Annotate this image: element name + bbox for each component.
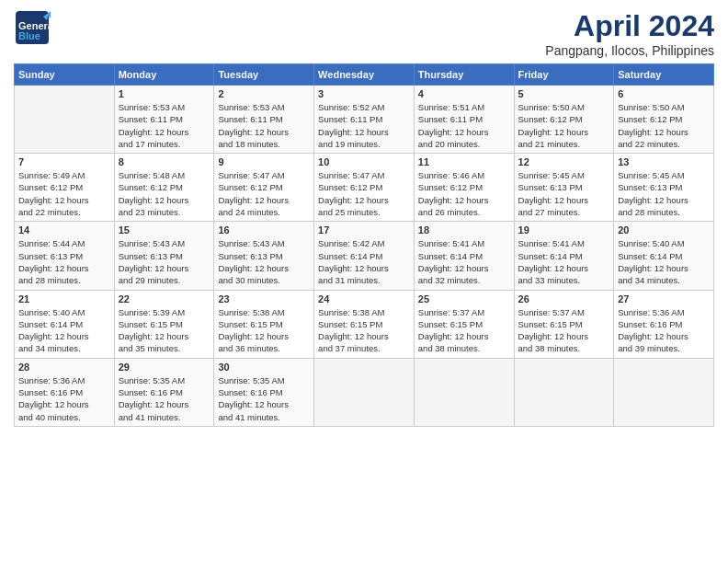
calendar-cell — [514, 358, 614, 426]
svg-text:Blue: Blue — [18, 30, 40, 41]
day-info: Sunrise: 5:49 AMSunset: 6:12 PMDaylight:… — [18, 169, 110, 218]
day-info: Sunrise: 5:44 AMSunset: 6:13 PMDaylight:… — [18, 237, 110, 286]
calendar-cell: 22Sunrise: 5:39 AMSunset: 6:15 PMDayligh… — [114, 290, 214, 358]
calendar-cell — [15, 86, 115, 154]
col-wednesday: Wednesday — [314, 64, 415, 86]
calendar-cell: 17Sunrise: 5:42 AMSunset: 6:14 PMDayligh… — [314, 222, 415, 290]
day-number: 18 — [418, 224, 510, 236]
day-info: Sunrise: 5:37 AMSunset: 6:15 PMDaylight:… — [518, 306, 610, 355]
calendar-cell: 15Sunrise: 5:43 AMSunset: 6:13 PMDayligh… — [114, 222, 214, 290]
col-sunday: Sunday — [15, 64, 115, 86]
calendar-cell: 7Sunrise: 5:49 AMSunset: 6:12 PMDaylight… — [15, 154, 115, 222]
day-info: Sunrise: 5:40 AMSunset: 6:14 PMDaylight:… — [18, 306, 110, 355]
calendar-cell: 18Sunrise: 5:41 AMSunset: 6:14 PMDayligh… — [414, 222, 514, 290]
header: General Blue April 2024 Pangpang, Ilocos… — [14, 9, 714, 58]
calendar-cell: 2Sunrise: 5:53 AMSunset: 6:11 PMDaylight… — [214, 86, 314, 154]
day-info: Sunrise: 5:43 AMSunset: 6:13 PMDaylight:… — [218, 237, 310, 286]
day-number: 3 — [318, 88, 410, 99]
col-tuesday: Tuesday — [214, 64, 314, 86]
calendar-cell — [614, 358, 714, 426]
calendar-cell: 28Sunrise: 5:36 AMSunset: 6:16 PMDayligh… — [15, 358, 115, 426]
day-info: Sunrise: 5:39 AMSunset: 6:15 PMDaylight:… — [119, 306, 210, 355]
day-number: 29 — [119, 362, 210, 373]
calendar-table: Sunday Monday Tuesday Wednesday Thursday… — [14, 63, 714, 427]
day-number: 17 — [318, 224, 410, 236]
calendar-cell: 29Sunrise: 5:35 AMSunset: 6:16 PMDayligh… — [114, 358, 214, 426]
day-info: Sunrise: 5:37 AMSunset: 6:15 PMDaylight:… — [418, 306, 510, 355]
logo-icon: General Blue — [14, 9, 51, 46]
day-info: Sunrise: 5:46 AMSunset: 6:12 PMDaylight:… — [418, 169, 510, 218]
day-info: Sunrise: 5:35 AMSunset: 6:16 PMDaylight:… — [218, 374, 310, 423]
day-info: Sunrise: 5:53 AMSunset: 6:11 PMDaylight:… — [119, 101, 210, 150]
calendar-cell: 4Sunrise: 5:51 AMSunset: 6:11 PMDaylight… — [414, 86, 514, 154]
calendar-cell: 3Sunrise: 5:52 AMSunset: 6:11 PMDaylight… — [314, 86, 415, 154]
calendar-week-1: 7Sunrise: 5:49 AMSunset: 6:12 PMDaylight… — [15, 154, 714, 222]
calendar-cell — [414, 358, 514, 426]
day-number: 21 — [18, 293, 110, 304]
calendar-cell: 11Sunrise: 5:46 AMSunset: 6:12 PMDayligh… — [414, 154, 514, 222]
day-number: 7 — [18, 156, 110, 167]
day-info: Sunrise: 5:48 AMSunset: 6:12 PMDaylight:… — [119, 169, 210, 218]
day-info: Sunrise: 5:50 AMSunset: 6:12 PMDaylight:… — [518, 101, 610, 150]
calendar-cell: 24Sunrise: 5:38 AMSunset: 6:15 PMDayligh… — [314, 290, 415, 358]
day-info: Sunrise: 5:50 AMSunset: 6:12 PMDaylight:… — [618, 101, 710, 150]
day-number: 2 — [218, 88, 310, 99]
day-number: 6 — [618, 88, 710, 99]
day-number: 30 — [218, 362, 310, 373]
day-number: 11 — [418, 156, 510, 167]
col-thursday: Thursday — [414, 64, 514, 86]
calendar-cell: 16Sunrise: 5:43 AMSunset: 6:13 PMDayligh… — [214, 222, 314, 290]
day-number: 5 — [518, 88, 610, 99]
day-info: Sunrise: 5:35 AMSunset: 6:16 PMDaylight:… — [119, 374, 210, 423]
calendar-cell: 5Sunrise: 5:50 AMSunset: 6:12 PMDaylight… — [514, 86, 614, 154]
calendar-cell: 9Sunrise: 5:47 AMSunset: 6:12 PMDaylight… — [214, 154, 314, 222]
day-number: 25 — [418, 293, 510, 304]
subtitle: Pangpang, Ilocos, Philippines — [545, 43, 714, 58]
day-info: Sunrise: 5:53 AMSunset: 6:11 PMDaylight:… — [218, 101, 310, 150]
day-number: 1 — [119, 88, 210, 99]
col-monday: Monday — [114, 64, 214, 86]
calendar-week-3: 21Sunrise: 5:40 AMSunset: 6:14 PMDayligh… — [15, 290, 714, 358]
day-number: 23 — [218, 293, 310, 304]
day-number: 26 — [518, 293, 610, 304]
col-friday: Friday — [514, 64, 614, 86]
calendar-week-4: 28Sunrise: 5:36 AMSunset: 6:16 PMDayligh… — [15, 358, 714, 426]
day-info: Sunrise: 5:41 AMSunset: 6:14 PMDaylight:… — [418, 237, 510, 286]
calendar-cell: 14Sunrise: 5:44 AMSunset: 6:13 PMDayligh… — [15, 222, 115, 290]
calendar-week-0: 1Sunrise: 5:53 AMSunset: 6:11 PMDaylight… — [15, 86, 714, 154]
title-section: April 2024 Pangpang, Ilocos, Philippines — [545, 9, 714, 58]
page-container: General Blue April 2024 Pangpang, Ilocos… — [0, 0, 728, 436]
calendar-cell: 10Sunrise: 5:47 AMSunset: 6:12 PMDayligh… — [314, 154, 415, 222]
day-info: Sunrise: 5:45 AMSunset: 6:13 PMDaylight:… — [518, 169, 610, 218]
day-number: 24 — [318, 293, 410, 304]
day-info: Sunrise: 5:40 AMSunset: 6:14 PMDaylight:… — [618, 237, 710, 286]
day-info: Sunrise: 5:47 AMSunset: 6:12 PMDaylight:… — [218, 169, 310, 218]
day-info: Sunrise: 5:51 AMSunset: 6:11 PMDaylight:… — [418, 101, 510, 150]
day-number: 9 — [218, 156, 310, 167]
day-number: 10 — [318, 156, 410, 167]
day-number: 20 — [618, 224, 710, 236]
calendar-cell: 8Sunrise: 5:48 AMSunset: 6:12 PMDaylight… — [114, 154, 214, 222]
day-number: 15 — [119, 224, 210, 236]
calendar-cell: 21Sunrise: 5:40 AMSunset: 6:14 PMDayligh… — [15, 290, 115, 358]
calendar-cell: 12Sunrise: 5:45 AMSunset: 6:13 PMDayligh… — [514, 154, 614, 222]
calendar-cell: 25Sunrise: 5:37 AMSunset: 6:15 PMDayligh… — [414, 290, 514, 358]
day-number: 19 — [518, 224, 610, 236]
day-number: 4 — [418, 88, 510, 99]
day-info: Sunrise: 5:52 AMSunset: 6:11 PMDaylight:… — [318, 101, 410, 150]
day-number: 16 — [218, 224, 310, 236]
day-number: 28 — [18, 362, 110, 373]
day-info: Sunrise: 5:42 AMSunset: 6:14 PMDaylight:… — [318, 237, 410, 286]
day-number: 14 — [18, 224, 110, 236]
calendar-cell: 30Sunrise: 5:35 AMSunset: 6:16 PMDayligh… — [214, 358, 314, 426]
day-info: Sunrise: 5:47 AMSunset: 6:12 PMDaylight:… — [318, 169, 410, 218]
calendar-cell: 19Sunrise: 5:41 AMSunset: 6:14 PMDayligh… — [514, 222, 614, 290]
day-info: Sunrise: 5:36 AMSunset: 6:16 PMDaylight:… — [618, 306, 710, 355]
calendar-header-row: Sunday Monday Tuesday Wednesday Thursday… — [15, 64, 714, 86]
day-number: 8 — [119, 156, 210, 167]
day-info: Sunrise: 5:38 AMSunset: 6:15 PMDaylight:… — [318, 306, 410, 355]
day-info: Sunrise: 5:45 AMSunset: 6:13 PMDaylight:… — [618, 169, 710, 218]
calendar-cell: 26Sunrise: 5:37 AMSunset: 6:15 PMDayligh… — [514, 290, 614, 358]
calendar-week-2: 14Sunrise: 5:44 AMSunset: 6:13 PMDayligh… — [15, 222, 714, 290]
day-number: 22 — [119, 293, 210, 304]
